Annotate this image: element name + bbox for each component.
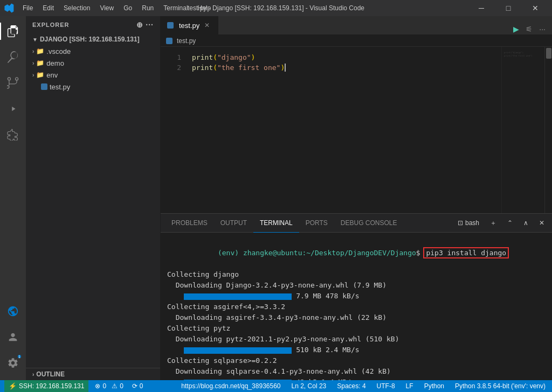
accounts-icon[interactable] xyxy=(0,324,26,350)
sidebar-header: EXPLORER ⊕ ··· xyxy=(26,16,160,33)
new-file-icon[interactable]: ⊕ xyxy=(136,20,143,29)
shell-label: bash xyxy=(465,219,479,227)
error-count: 0 xyxy=(102,382,106,390)
maximize-button[interactable]: □ xyxy=(496,0,521,16)
folder-arrow-icon: › xyxy=(32,72,34,78)
term-path: ~/Desktop/DjangoDEV/Django xyxy=(306,249,416,257)
status-bar: ⚡ SSH: 192.168.159.131 ⊗ 0 ⚠ 0 ⟳ 0 https… xyxy=(0,380,552,392)
close-button[interactable]: ✕ xyxy=(523,0,548,16)
settings-icon[interactable]: 1 xyxy=(0,350,26,376)
search-icon[interactable] xyxy=(0,44,26,70)
panel: PROBLEMS OUTPUT TERMINAL PORTS DEBUG CON… xyxy=(161,213,552,380)
menu-selection[interactable]: Selection xyxy=(59,3,94,13)
warning-icon: ⚠ xyxy=(112,382,118,390)
menu-file[interactable]: File xyxy=(18,3,37,13)
terminal-new-button[interactable]: ⊡ bash xyxy=(454,218,482,228)
vscode-logo-icon xyxy=(4,3,14,13)
ln-col-status[interactable]: Ln 2, Col 23 xyxy=(289,382,329,390)
source-control-icon[interactable] xyxy=(0,70,26,96)
menu-go[interactable]: Go xyxy=(119,3,136,13)
status-right: https://blog.csdn.net/qq_38936560 Ln 2, … xyxy=(179,382,548,390)
status-left: ⚡ SSH: 192.168.159.131 ⊗ 0 ⚠ 0 ⟳ 0 xyxy=(4,380,146,392)
paren-open-2: ( xyxy=(213,64,217,72)
menu-run[interactable]: Run xyxy=(137,3,158,13)
tab-more-icon[interactable]: ··· xyxy=(537,24,548,34)
folder-demo[interactable]: › 📁 demo xyxy=(26,57,160,69)
error-icon: ⊗ xyxy=(95,382,100,390)
sidebar-title: EXPLORER xyxy=(32,22,70,28)
menu-view[interactable]: View xyxy=(95,3,118,13)
explorer-icon[interactable] xyxy=(0,18,26,44)
terminal-line-3: Collecting asgiref<4,>=3.3.2 xyxy=(167,302,546,312)
python-tab-icon xyxy=(167,22,174,29)
code-editor[interactable]: 1 2 print("django") print("the first one… xyxy=(161,47,552,213)
remote-icon[interactable] xyxy=(0,298,26,324)
tab-problems[interactable]: PROBLEMS xyxy=(165,214,214,233)
file-test-py[interactable]: test.py xyxy=(26,81,160,93)
tab-close-button[interactable]: ✕ xyxy=(203,20,211,30)
breadcrumb-label: test.py xyxy=(177,37,196,45)
folder-icon: 📁 xyxy=(36,59,44,67)
add-terminal-button[interactable]: ＋ xyxy=(487,218,500,229)
url-status[interactable]: https://blog.csdn.net/qq_38936560 xyxy=(179,382,282,390)
ln-col-label: Ln 2, Col 23 xyxy=(292,382,327,390)
terminal-content[interactable]: (env) zhangke@ubuntu:~/Desktop/DjangoDEV… xyxy=(161,233,552,380)
encoding-label: UTF-8 xyxy=(377,382,395,390)
encoding-status[interactable]: UTF-8 xyxy=(375,382,397,390)
code-area[interactable]: print("django") print("the first one") xyxy=(188,47,552,213)
python-version-status[interactable]: Python 3.8.5 64-bit ('env': venv) xyxy=(453,382,548,390)
spaces-status[interactable]: Spaces: 4 xyxy=(335,382,368,390)
sync-icon: ⟳ xyxy=(132,382,137,390)
ssh-label: SSH: 192.168.159.131 xyxy=(19,382,84,390)
tab-terminal[interactable]: TERMINAL xyxy=(253,214,299,233)
term-command-highlighted: pip3 install django xyxy=(424,248,508,257)
errors-status[interactable]: ⊗ 0 ⚠ 0 xyxy=(93,382,125,390)
more-actions-icon[interactable]: ··· xyxy=(146,20,154,29)
sync-status[interactable]: ⟳ 0 xyxy=(130,382,146,390)
line-ending-status[interactable]: LF xyxy=(404,382,416,390)
breadcrumb-python-icon xyxy=(166,38,172,44)
tab-ports[interactable]: PORTS xyxy=(299,214,334,233)
sidebar: EXPLORER ⊕ ··· ▼ DJANGO [SSH: 192.168.15… xyxy=(26,16,161,380)
url-label: https://blog.csdn.net/qq_38936560 xyxy=(181,382,280,390)
breadcrumb-file[interactable]: test.py xyxy=(166,37,196,45)
sidebar-root-folder[interactable]: ▼ DJANGO [SSH: 192.168.159.131] xyxy=(26,33,160,45)
run-debug-icon[interactable] xyxy=(0,96,26,122)
terminal-icon: ⊡ xyxy=(458,219,463,227)
terminal-line-progress-2: 510 kB 2.4 MB/s xyxy=(167,345,546,355)
tab-debug-console[interactable]: DEBUG CONSOLE xyxy=(334,214,404,233)
line-numbers: 1 2 xyxy=(161,47,188,213)
sidebar-header-actions: ⊕ ··· xyxy=(136,20,154,29)
folder-arrow-icon: › xyxy=(32,48,34,54)
titlebar-menu: File Edit Selection View Go Run Terminal… xyxy=(18,3,215,13)
extensions-icon[interactable] xyxy=(0,122,26,148)
split-editor-icon[interactable]: ⚟ xyxy=(523,24,535,34)
folder-icon: 📁 xyxy=(36,47,44,55)
folder-env[interactable]: › 📁 env xyxy=(26,69,160,81)
folder-vscode[interactable]: › 📁 .vscode xyxy=(26,45,160,57)
terminal-line-7: Collecting sqlparse>=0.2.2 xyxy=(167,355,546,366)
python-version-label: Python 3.8.5 64-bit ('env': venv) xyxy=(455,382,546,390)
terminal-line-8: Downloading sqlparse-0.4.1-py3-none-any.… xyxy=(167,366,546,377)
ssh-status[interactable]: ⚡ SSH: 192.168.159.131 xyxy=(4,380,88,392)
close-panel-button[interactable]: ✕ xyxy=(536,218,548,228)
maximize-panel-button[interactable]: ∧ xyxy=(520,218,532,228)
root-arrow-icon: ▼ xyxy=(32,37,38,43)
panel-tabs: PROBLEMS OUTPUT TERMINAL PORTS DEBUG CON… xyxy=(161,214,552,233)
folder-arrow-icon: › xyxy=(32,60,34,66)
tab-output[interactable]: OUTPUT xyxy=(214,214,253,233)
language-status[interactable]: Python xyxy=(422,382,446,390)
menu-edit[interactable]: Edit xyxy=(38,3,58,13)
terminal-line-command: (env) zhangke@ubuntu:~/Desktop/DjangoDEV… xyxy=(167,237,546,269)
code-line-1: print("django") xyxy=(192,52,548,62)
split-terminal-button[interactable]: ⌃ xyxy=(504,218,516,228)
string-value-2: "the first one" xyxy=(217,64,280,72)
activity-bar: 1 xyxy=(0,16,26,380)
folder-name: .vscode xyxy=(46,47,71,55)
minimize-button[interactable]: ─ xyxy=(469,0,494,16)
scrollbar[interactable] xyxy=(544,47,552,213)
tab-test-py[interactable]: test.py ✕ xyxy=(161,16,218,34)
outline-section[interactable]: › OUTLINE xyxy=(26,368,160,380)
line-ending-label: LF xyxy=(406,382,413,390)
run-button[interactable]: ▶ xyxy=(511,24,521,34)
